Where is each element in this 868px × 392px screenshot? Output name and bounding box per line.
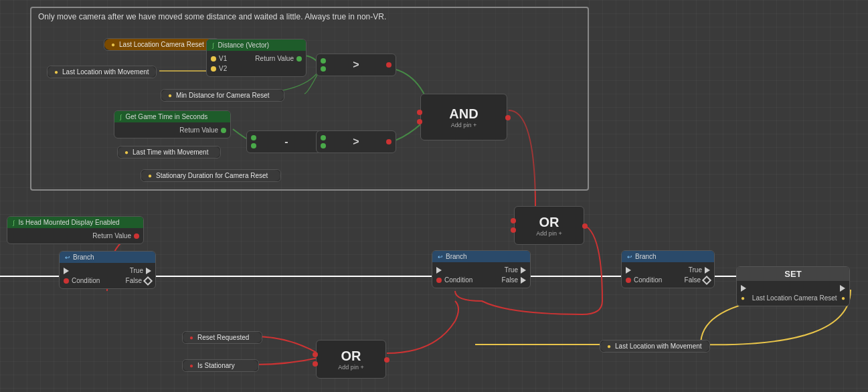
exec-in-3 [626,267,631,274]
node-last-location-movement-2: ● Last Location with Movement [600,340,710,353]
node-label: Reset Requested [197,334,249,341]
node-distance-vector: ∫ Distance (Vector) V1 Return Value V2 [206,39,307,77]
and-out [505,115,511,120]
node-branch-1: ↩ Branch True Condition False [59,251,156,289]
gt2-in1 [321,135,326,140]
node-greater-than-1: > [316,54,396,76]
node-is-stationary: ● Is Stationary [182,359,259,372]
node-min-distance: ● Min Distance for Camera Reset [161,89,284,102]
node-label: Last Time with Movement [133,149,208,156]
branch-icon-2: ↩ [438,254,443,260]
node-reset-requested: ● Reset Requested [182,331,262,344]
node-label: Branch [73,254,94,261]
node-label: Last Location Camera Reset [119,41,204,48]
v2-pin [211,66,216,72]
branch-icon-3: ↩ [627,254,632,260]
and-label: AND [449,106,478,122]
exec-out-false-2 [521,277,526,284]
or-in1 [511,218,516,223]
return-pin [134,233,139,239]
node-or-top: OR Add pin + [514,206,584,245]
exec-in-2 [436,267,442,274]
gt-in1 [321,58,326,64]
or-bot-in1 [313,352,318,357]
and-in1 [417,110,422,115]
node-label: Stationary Duration for Camera Reset [156,172,268,179]
comment-text: Only move camera after we have moved som… [38,12,386,21]
or-bot-sub: Add pin + [338,364,363,371]
node-set: SET ● Last Location Camera Reset ● [736,266,850,306]
or-bot-in2 [313,361,318,367]
exec-out-set [840,285,845,292]
exec-out-false [143,276,153,285]
node-label: Branch [446,253,467,260]
gt-in2 [321,66,326,72]
node-last-time-movement: ● Last Time with Movement [117,146,221,159]
function-icon-3: ∫ [13,219,14,226]
branch-icon: ↩ [65,254,70,261]
or-label: OR [536,215,561,230]
return-pin [296,56,302,62]
v1-pin [211,56,216,62]
node-label: Is Stationary [197,362,235,369]
node-get-game-time: ∫ Get Game Time in Seconds Return Value [114,110,231,138]
function-icon: ∫ [212,42,213,49]
minus-in2 [251,143,256,149]
cond-pin [64,278,69,284]
exec-out-true [146,268,151,274]
node-and: AND Add pin + [420,94,507,140]
node-stationary-duration: ● Stationary Duration for Camera Reset [141,169,281,182]
node-or-bottom: OR Add pin + [316,340,386,379]
exec-out-true-3 [705,267,710,274]
set-label: SET [784,269,801,279]
and-in2 [417,119,422,124]
node-label: Branch [635,253,657,260]
exec-in [64,268,69,274]
node-label: Is Head Mounted Display Enabled [18,219,119,226]
or-bot-out [384,357,389,363]
node-branch-3: ↩ Branch True Condition False [621,250,715,288]
return-pin [221,128,226,133]
gt2-out [386,139,392,144]
or-in2 [511,227,516,233]
minus-in1 [251,135,256,140]
exec-out-true-2 [521,267,526,274]
node-greater-than-2: > [316,130,396,153]
gt-out [386,62,392,68]
or-out [582,223,588,229]
node-branch-2: ↩ Branch True Condition False [432,250,531,288]
exec-in-set [741,285,746,292]
node-minus: - [246,130,327,153]
exec-out-false-3 [702,275,711,284]
and-sub: Add pin + [449,122,478,128]
node-last-location-movement: ● Last Location with Movement [47,66,157,78]
function-icon-2: ∫ [120,114,121,120]
or-sub: Add pin + [536,230,561,237]
node-label: Last Location with Movement [62,68,149,76]
node-label: Get Game Time in Seconds [125,113,207,120]
node-label: Min Distance for Camera Reset [176,92,270,99]
cond-pin-3 [626,278,631,283]
node-last-location-camera-reset: ● Last Location Camera Reset ● [104,38,220,51]
node-label: Last Location with Movement [615,342,702,350]
cond-pin-2 [436,278,442,283]
node-is-head-mounted: ∫ Is Head Mounted Display Enabled Return… [7,216,144,244]
node-label: Distance (Vector) [218,41,269,49]
gt2-in2 [321,143,326,149]
or-bot-label: OR [338,349,363,364]
